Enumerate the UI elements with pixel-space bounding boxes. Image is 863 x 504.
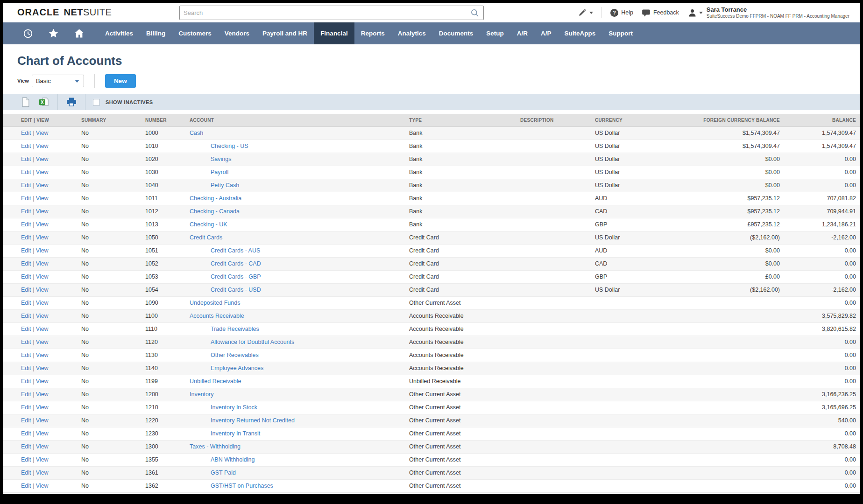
view-link[interactable]: View (36, 339, 49, 345)
edit-link[interactable]: Edit (21, 430, 31, 437)
account-link[interactable]: Inventory In Stock (190, 404, 257, 411)
edit-link[interactable]: Edit (21, 469, 31, 476)
account-link[interactable]: Taxes - Withholding (190, 443, 241, 450)
nav-item-customers[interactable]: Customers (172, 22, 218, 44)
account-link[interactable]: Credit Cards - AUS (190, 247, 260, 254)
edit-link[interactable]: Edit (21, 300, 31, 306)
edit-link[interactable]: Edit (21, 156, 31, 162)
account-link[interactable]: Unbilled Receivable (190, 378, 241, 385)
view-link[interactable]: View (36, 313, 49, 319)
view-link[interactable]: View (36, 182, 49, 189)
view-link[interactable]: View (36, 456, 49, 463)
nav-item-support[interactable]: Support (602, 22, 639, 44)
account-link[interactable]: Payroll (190, 169, 228, 175)
edit-link[interactable]: Edit (21, 391, 31, 398)
edit-link[interactable]: Edit (21, 130, 31, 136)
account-link[interactable]: GST/HST on Purchases (190, 483, 273, 489)
view-link[interactable]: View (36, 156, 49, 162)
view-link[interactable]: View (36, 208, 49, 215)
search-input[interactable] (184, 6, 464, 20)
nav-item-analytics[interactable]: Analytics (391, 22, 432, 44)
view-link[interactable]: View (36, 169, 49, 175)
edit-link[interactable]: Edit (21, 287, 31, 293)
edit-link[interactable]: Edit (21, 273, 31, 280)
edit-link[interactable]: Edit (21, 260, 31, 267)
account-link[interactable]: Checking - Australia (190, 195, 241, 202)
account-link[interactable]: Trade Receivables (190, 326, 259, 332)
excel-export-button[interactable]: X (38, 96, 50, 108)
view-link[interactable]: View (36, 247, 49, 254)
print-button[interactable] (65, 96, 78, 108)
nav-item-vendors[interactable]: Vendors (218, 22, 256, 44)
edit-link[interactable]: Edit (21, 247, 31, 254)
account-link[interactable]: Checking - Canada (190, 208, 240, 215)
view-link[interactable]: View (36, 326, 49, 332)
account-link[interactable]: Undeposited Funds (190, 300, 240, 306)
account-link[interactable]: Credit Cards - USD (190, 287, 261, 293)
account-link[interactable]: Inventory (190, 391, 213, 398)
view-link[interactable]: View (36, 130, 49, 136)
account-link[interactable]: Credit Cards - GBP (190, 273, 261, 280)
nav-item-suiteapps[interactable]: SuiteApps (558, 22, 602, 44)
edit-link[interactable]: Edit (21, 378, 31, 385)
nav-item-setup[interactable]: Setup (480, 22, 510, 44)
view-link[interactable]: View (36, 391, 49, 398)
edit-link[interactable]: Edit (21, 221, 31, 228)
home-button[interactable] (66, 22, 92, 44)
edit-link[interactable]: Edit (21, 195, 31, 202)
col-header-description[interactable]: DESCRIPTION (518, 114, 593, 126)
nav-item-a-p[interactable]: A/P (534, 22, 558, 44)
view-link[interactable]: View (36, 143, 49, 149)
view-link[interactable]: View (36, 443, 49, 450)
col-header-summary[interactable]: SUMMARY (66, 114, 143, 126)
edit-link[interactable]: Edit (21, 443, 31, 450)
edit-link[interactable]: Edit (21, 483, 31, 489)
edit-link[interactable]: Edit (21, 326, 31, 332)
account-link[interactable]: Checking - US (190, 143, 248, 149)
view-link[interactable]: View (36, 221, 49, 228)
nav-item-documents[interactable]: Documents (432, 22, 480, 44)
account-link[interactable]: ABN Withholding (190, 456, 255, 463)
view-select[interactable]: Basic (32, 75, 84, 87)
col-header-type[interactable]: TYPE (407, 114, 518, 126)
col-header-edit-view[interactable]: EDIT | VIEW (3, 114, 66, 126)
edit-link[interactable]: Edit (21, 352, 31, 358)
recent-records-button[interactable] (15, 22, 41, 44)
view-link[interactable]: View (36, 430, 49, 437)
col-header-currency[interactable]: CURRENCY (593, 114, 679, 126)
new-button[interactable]: New (105, 74, 136, 88)
view-link[interactable]: View (36, 404, 49, 411)
create-new-button[interactable] (578, 8, 593, 17)
edit-link[interactable]: Edit (21, 313, 31, 319)
account-link[interactable]: Credit Cards (190, 234, 222, 241)
edit-link[interactable]: Edit (21, 339, 31, 345)
account-link[interactable]: Employee Advances (190, 365, 263, 371)
nav-item-activities[interactable]: Activities (99, 22, 140, 44)
account-link[interactable]: GST Paid (190, 469, 236, 476)
edit-link[interactable]: Edit (21, 234, 31, 241)
user-menu[interactable]: Sara Torrance SuiteSuccess Demo FFPRM - … (687, 6, 849, 19)
view-link[interactable]: View (36, 378, 49, 385)
view-link[interactable]: View (36, 287, 49, 293)
account-link[interactable]: Inventory Returned Not Credited (190, 417, 295, 424)
edit-link[interactable]: Edit (21, 208, 31, 215)
csv-export-button[interactable] (19, 96, 31, 108)
account-link[interactable]: Allowance for Doubtful Accounts (190, 339, 294, 345)
account-link[interactable]: Accounts Receivable (190, 313, 244, 319)
edit-link[interactable]: Edit (21, 182, 31, 189)
edit-link[interactable]: Edit (21, 417, 31, 424)
account-link[interactable]: Cash (190, 130, 203, 136)
view-link[interactable]: View (36, 234, 49, 241)
account-link[interactable]: Inventory In Transit (190, 430, 260, 437)
account-link[interactable]: Credit Cards - CAD (190, 260, 261, 267)
account-link[interactable]: Petty Cash (190, 182, 239, 189)
view-link[interactable]: View (36, 365, 49, 371)
nav-item-billing[interactable]: Billing (140, 22, 172, 44)
view-link[interactable]: View (36, 469, 49, 476)
col-header-number[interactable]: NUMBER (143, 114, 188, 126)
edit-link[interactable]: Edit (21, 169, 31, 175)
account-link[interactable]: Savings (190, 156, 231, 162)
edit-link[interactable]: Edit (21, 365, 31, 371)
edit-link[interactable]: Edit (21, 456, 31, 463)
view-link[interactable]: View (36, 195, 49, 202)
